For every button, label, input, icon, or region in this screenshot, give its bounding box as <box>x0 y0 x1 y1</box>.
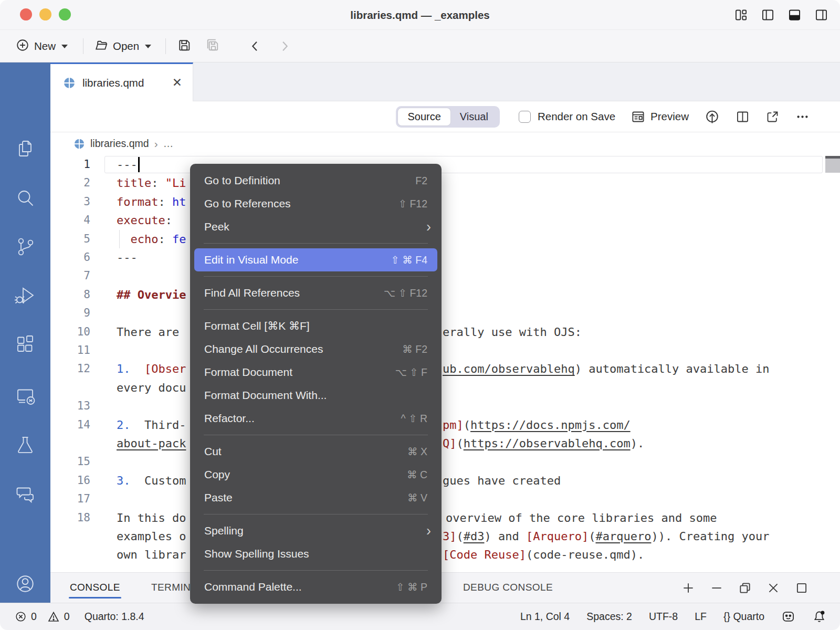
code-row[interactable]: 10There are erally use with OJS: <box>50 323 840 341</box>
menu-item-spelling[interactable]: Spelling› <box>190 519 442 542</box>
code-row[interactable]: 18In this dooverview of the core librari… <box>50 509 840 527</box>
sidebar-item-search[interactable] <box>0 186 50 211</box>
tab-libraries-qmd[interactable]: libraries.qmd ✕ <box>50 62 193 101</box>
tab-visual-mode[interactable]: Visual <box>450 108 498 125</box>
menu-item-format-document[interactable]: Format Document⌥ ⇧ F <box>190 361 442 384</box>
new-button[interactable]: New <box>16 30 68 62</box>
breadcrumb-ellipsis[interactable]: … <box>163 138 174 150</box>
tab-source-mode[interactable]: Source <box>398 108 450 125</box>
sidebar-item-testing[interactable] <box>0 433 50 457</box>
code-row[interactable]: examples o3](#d3) and [Arquero](#arquero… <box>50 527 840 545</box>
open-button[interactable]: Open <box>93 30 151 62</box>
save-icon <box>177 38 192 55</box>
menu-item-find-all-references[interactable]: Find All References⌥ ⇧ F12 <box>190 281 442 304</box>
publish-button[interactable] <box>705 109 720 124</box>
errors-icon <box>15 611 27 623</box>
sidebar-item-source-control[interactable] <box>0 235 50 259</box>
code-row[interactable]: 15 <box>50 453 840 471</box>
code-row[interactable]: 163. Customgues have created <box>50 471 840 490</box>
panel-close-button[interactable] <box>766 581 780 595</box>
window-title: libraries.qmd — _examples <box>0 0 840 30</box>
preview-button[interactable]: Preview <box>631 110 689 124</box>
code-row[interactable]: 6--- <box>50 248 840 267</box>
code-row[interactable]: 5 echo: fe <box>50 230 840 248</box>
menu-item-cut[interactable]: Cut⌘ X <box>190 440 442 463</box>
menu-item-change-all-occurrences[interactable]: Change All Occurrences⌘ F2 <box>190 338 442 361</box>
bell-icon <box>812 610 826 624</box>
sidebar-item-extensions[interactable] <box>0 332 50 356</box>
tab-close-icon[interactable]: ✕ <box>172 77 182 89</box>
code-row[interactable]: 11 <box>50 341 840 360</box>
render-on-save-checkbox[interactable] <box>519 111 531 123</box>
menu-item-go-to-references[interactable]: Go to References⇧ F12 <box>190 192 442 215</box>
customize-layout-icon[interactable] <box>734 8 748 22</box>
panel-restore-button[interactable] <box>738 581 752 595</box>
status-item-utf-8[interactable]: UTF-8 <box>649 611 678 623</box>
notifications-button[interactable] <box>812 610 826 624</box>
editor-scrollbar[interactable] <box>825 159 840 173</box>
code-text: --- <box>117 248 138 267</box>
feedback-button[interactable] <box>781 610 795 624</box>
code-row[interactable]: 17 <box>50 490 840 508</box>
panel-tab-console[interactable]: CONSOLE <box>70 582 120 593</box>
menu-item-paste[interactable]: Paste⌘ V <box>190 486 442 509</box>
code-row[interactable]: 1--- <box>50 155 840 174</box>
status-item-ln-1-col-4[interactable]: Ln 1, Col 4 <box>520 611 570 623</box>
sidebar-item-run-debug[interactable] <box>0 284 50 308</box>
panel-new-button[interactable] <box>681 581 695 595</box>
code-row[interactable]: every docu <box>50 379 840 397</box>
split-editor-button[interactable] <box>736 110 750 124</box>
status-item-quarto[interactable]: {} Quarto <box>723 611 764 623</box>
code-text: overview of the core libraries and some <box>446 509 717 527</box>
save-button[interactable] <box>177 30 192 62</box>
menu-item-peek[interactable]: Peek› <box>190 215 442 238</box>
code-row[interactable]: 7 <box>50 267 840 285</box>
sidebar-item-account[interactable] <box>0 571 50 597</box>
panel-tab-debug-console[interactable]: DEBUG CONSOLE <box>463 582 553 593</box>
quarto-version[interactable]: Quarto: 1.8.4 <box>85 611 144 623</box>
code-row[interactable]: 142. Third-pm](https://docs.npmjs.com/ <box>50 416 840 434</box>
line-number: 3 <box>50 193 90 211</box>
menu-item-format-cell-k-f[interactable]: Format Cell [⌘K ⌘F] <box>190 314 442 338</box>
menu-item-refactor[interactable]: Refactor...^ ⇧ R <box>190 407 442 430</box>
status-item-spaces-2[interactable]: Spaces: 2 <box>586 611 632 623</box>
code-text: title: "Li <box>117 174 186 192</box>
code-row[interactable]: own librar[Code Reuse](code-reuse.qmd). <box>50 545 840 564</box>
panel-minimize-button[interactable] <box>710 581 723 595</box>
sidebar-item-explorer[interactable] <box>0 137 50 161</box>
code-row[interactable]: 121. [Obserub.com/observablehq) automati… <box>50 360 840 378</box>
menu-item-command-palette[interactable]: Command Palette...⇧ ⌘ P <box>190 575 442 598</box>
code-row[interactable]: 3format: ht <box>50 193 840 211</box>
save-all-button[interactable] <box>205 30 220 62</box>
toggle-primary-sidebar-icon[interactable] <box>761 8 775 22</box>
menu-item-format-document-with[interactable]: Format Document With... <box>190 384 442 407</box>
line-number: 4 <box>50 211 90 229</box>
toggle-panel-icon[interactable] <box>788 8 802 22</box>
code-row[interactable]: about-packQ](https://observablehq.com). <box>50 434 840 453</box>
menu-item-edit-in-visual-mode[interactable]: Edit in Visual Mode⇧ ⌘ F4 <box>194 248 437 271</box>
editor-code-area[interactable]: 1---2title: "Li3format: ht4execute:5 ech… <box>50 155 840 572</box>
console-session-icon <box>13 384 37 408</box>
status-item-lf[interactable]: LF <box>695 611 707 623</box>
extensions-icon <box>13 332 37 356</box>
back-button[interactable] <box>248 30 262 62</box>
code-row[interactable]: 8## Overvie <box>50 286 840 304</box>
sidebar-item-sessions[interactable] <box>0 384 50 408</box>
menu-item-copy[interactable]: Copy⌘ C <box>190 463 442 486</box>
menu-item-go-to-definition[interactable]: Go to DefinitionF2 <box>190 169 442 192</box>
forward-button[interactable] <box>277 30 292 62</box>
panel-maximize-button[interactable] <box>795 581 808 595</box>
menu-item-show-spelling-issues[interactable]: Show Spelling Issues <box>190 542 442 565</box>
code-row[interactable]: 4execute: <box>50 211 840 229</box>
more-actions-button[interactable] <box>795 110 810 124</box>
open-in-new-window-button[interactable] <box>765 110 780 124</box>
toggle-secondary-sidebar-icon[interactable] <box>814 8 828 22</box>
code-text: There are <box>117 323 186 341</box>
code-row[interactable]: 2title: "Li <box>50 174 840 192</box>
breadcrumb-file[interactable]: libraries.qmd <box>90 138 149 150</box>
problems-indicator[interactable]: 0 0 <box>15 611 70 623</box>
code-text: about-pack <box>117 434 186 453</box>
code-row[interactable]: 9 <box>50 304 840 322</box>
sidebar-item-comments[interactable] <box>0 482 50 507</box>
code-row[interactable]: 13 <box>50 397 840 415</box>
